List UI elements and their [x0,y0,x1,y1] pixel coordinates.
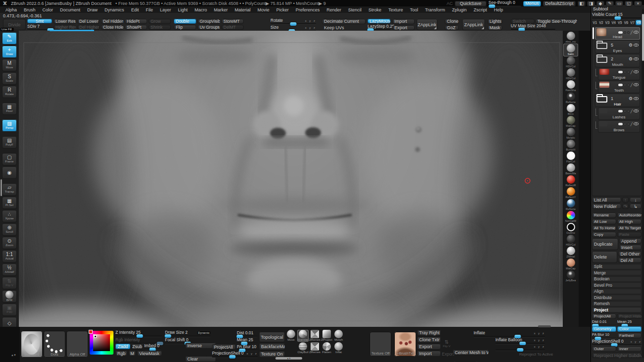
satin[interactable]: Satin [563,44,578,56]
macro[interactable]: Macro [191,6,211,13]
bevel-pro[interactable]: Bevel Pro [592,282,642,288]
aa-half-icon[interactable]: ½AAHalf [2,263,17,276]
mean-25[interactable]: Mean 25 [237,338,258,344]
top-tray-handle[interactable] [538,325,551,327]
draw-size-2[interactable]: Draw Size 2Dynamic [165,330,211,337]
p3d-icon[interactable]: ▣P3D [2,304,17,316]
scale-tool-icon[interactable]: SScale [2,72,17,85]
document[interactable]: Document [56,6,84,13]
duplicate-button[interactable]: Duplicate [592,238,618,250]
clear-button[interactable]: Clear [185,356,216,362]
dock-left-icon[interactable]: ◧ [578,1,586,6]
all-low[interactable]: All Low [592,219,616,224]
hsvcol[interactable]: HSVCol [563,56,578,68]
current-brush-thumbnail[interactable]: Standard [21,331,43,358]
inverse-button[interactable]: Inverse [185,343,216,349]
list-all[interactable]: List All [592,197,621,203]
distribute[interactable]: Distribute [592,295,642,300]
new-folder[interactable]: New Folder [592,204,621,209]
v2[interactable]: V2 [598,20,604,25]
hsvcol[interactable]: HSVCol [563,68,578,80]
v4[interactable]: V4 [611,20,617,25]
subtool-item-mouth[interactable]: 2⚙Mouth [595,54,640,67]
viewmask[interactable]: ViewMask [137,351,162,356]
export[interactable]: Export [392,25,415,31]
standar[interactable]: Standar [297,330,309,342]
uv-map-size-2048[interactable]: UV Map Size 2048 [511,24,555,30]
zremes[interactable]: ZRemes [309,342,321,354]
reflecte[interactable]: Reflecte [563,199,578,211]
farthest[interactable]: Farthest [617,333,642,338]
subtool-item-hair[interactable]: 1⚙Hair [595,94,640,107]
all-to-target[interactable]: All To Target [617,225,642,231]
goz[interactable]: GoZ [445,25,459,31]
movie[interactable]: Movie [254,6,273,13]
tray-right[interactable]: Tray Right [417,330,441,336]
floor-toggle-icon[interactable]: ▦Floor [2,103,17,115]
backfacemask[interactable]: BackfaceMask [259,343,285,350]
render[interactable]: Render [323,6,345,13]
zproject[interactable]: ZProject [321,330,332,342]
delete-button[interactable]: Delete [592,251,617,263]
point-select-icon[interactable]: ▦Pt Sel [2,197,17,209]
reproject-higher-subdiv[interactable]: Reproject Higher Subdiv [592,353,642,358]
align[interactable]: Align [592,289,642,294]
layer[interactable]: Layer [157,6,175,13]
close-holes[interactable]: Close Holes [101,25,123,30]
inner[interactable]: Inner [617,346,642,352]
bottom-tray-handle[interactable]: ▲▼ [275,357,302,360]
reflecte[interactable]: Reflecte [563,92,578,104]
actual-size-icon[interactable]: 1:1Actual [2,250,17,262]
subtool-list-scroll[interactable] [592,27,594,39]
storemt[interactable]: StoreMT [221,19,244,24]
v6[interactable]: V6 [623,20,629,25]
item[interactable]: ↳ [630,204,642,209]
shrink[interactable]: Shrink [149,25,171,30]
file[interactable]: File [142,6,157,13]
current-alpha-thumbnail[interactable]: Alpha Off [66,331,88,358]
dist-0-01[interactable]: Dist 0.01 [237,331,258,337]
dock-right-icon[interactable]: ◨ [587,1,595,6]
stencil[interactable]: Stencil [345,6,365,13]
zapplink[interactable]: ZAppLink [462,19,485,30]
paste[interactable]: Paste [617,232,642,237]
material[interactable]: Material [231,6,254,13]
scroll-tool-icon[interactable]: ⊕Scroll [2,223,17,236]
z-intensity-25[interactable]: Z Intensity 25 [115,330,162,337]
dist-0-01[interactable]: Dist 0.01 [592,320,616,325]
decimate-current[interactable]: Decimate Current [322,19,366,24]
project-history[interactable]: Project History [617,313,642,319]
hidept[interactable]: HidePt [125,19,147,24]
flip[interactable]: Flip [174,25,196,30]
metalic[interactable]: Metalic [563,128,578,140]
blinn[interactable]: Blinn [563,104,578,116]
rename[interactable]: Rename [592,212,616,218]
sdiv-7[interactable]: SDiv 7 [27,24,52,30]
v8[interactable]: V8 [636,20,642,25]
transform[interactable]: Transform [422,6,449,13]
all-to-home[interactable]: All To Home [592,225,616,231]
restore-icon[interactable]: ◱ [625,1,633,6]
draw-tool-icon[interactable]: +Draw [2,46,17,58]
flatcol[interactable]: FlatCol [563,152,578,163]
saturation-value-square[interactable] [93,334,110,351]
lazystep-0-25[interactable]: LazyStep 0.25 [368,24,390,30]
geometry[interactable]: Geometry [592,326,616,332]
menus-toggle[interactable]: Menus [523,1,541,6]
del-lower[interactable]: Del Lower [77,19,100,24]
minimize-icon[interactable]: ▭ [615,1,623,6]
flip-v-icon[interactable]: ⇅Flip V [2,277,17,289]
color[interactable]: Color [39,6,57,13]
reflecty[interactable]: ReflectY [563,187,578,199]
higher-res[interactable]: Higher Res [54,25,76,30]
copy[interactable]: Copy [592,232,616,237]
double[interactable]: Double [174,19,196,24]
insert-button[interactable]: Insert [619,245,642,250]
inflate[interactable]: Inflatex y z [474,331,545,337]
subtool-item-tongue[interactable]: ╱Tongue [598,68,640,80]
m[interactable]: M [129,351,136,356]
append-button[interactable]: Append [619,238,642,244]
move-tool-icon[interactable]: MMove [2,59,17,71]
subtool-item-teeth[interactable]: ╱Teeth [598,81,640,93]
grow[interactable]: Grow [149,19,171,24]
